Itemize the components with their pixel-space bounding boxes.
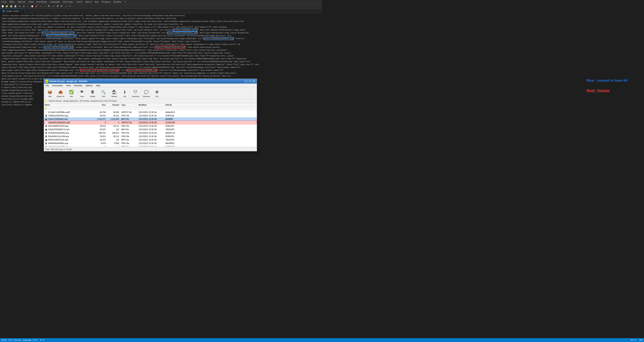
rar-btn-view-label: View	[80, 95, 84, 97]
menu-macro[interactable]: Macro	[84, 1, 92, 3]
toolbar-print[interactable]: 🖨	[22, 5, 26, 8]
code-line-15: "tap-hint-container" data-anchor-portrai…	[2, 54, 320, 57]
winrar-addressbar: 📁 Default Version - google.zip\assets - …	[44, 99, 257, 103]
menu-tools[interactable]: Tools	[75, 1, 83, 3]
code-line-1: .hints>.tap-hint-container:nth-child(4){…	[2, 14, 320, 17]
toolbar-redo[interactable]: ↪	[43, 5, 47, 8]
toolbar-new[interactable]: 📄	[1, 5, 4, 8]
rar-btn-info[interactable]: ℹ Info	[120, 88, 130, 98]
menu-run[interactable]: Run	[94, 1, 99, 3]
code-line-20: data-aspect-aware="0"><img class="backgr…	[2, 69, 320, 72]
table-row[interactable]: 📄0c7ebb7c1603598e.woff266,70866,638WOFF2…	[44, 110, 257, 114]
menu-encoding[interactable]: Encoding	[36, 1, 48, 3]
file-name: 835fef7ba5970226.mp4	[48, 139, 68, 141]
toolbar-paste[interactable]: 📌	[34, 5, 38, 8]
winrar-menu-commands[interactable]: Commands	[50, 84, 64, 87]
restore-button[interactable]: □	[248, 80, 252, 83]
file-type: WOFF2 File	[120, 111, 138, 113]
rar-btn-virusscan[interactable]: 🛡 VirusScan	[130, 88, 140, 98]
winrar-menu-tools[interactable]: Tools	[64, 84, 72, 87]
toolbar-zoomin[interactable]: 🔎	[56, 5, 59, 8]
winrar-menu-help[interactable]: Help	[94, 84, 102, 87]
rar-btn-view[interactable]: 👁 View	[77, 88, 87, 98]
file-icon: 🎬	[45, 118, 48, 120]
col-header-size[interactable]: Size	[94, 104, 107, 106]
close-button[interactable]: ✕	[252, 80, 256, 83]
file-crc32: 918E5229	[165, 135, 180, 137]
toolbar-save[interactable]: 💾	[9, 5, 13, 8]
code-line-4: [data-appearance-animation=slide-up]{-we…	[2, 23, 320, 26]
code-line-5: ease-in;transition:transform .5s ease-in…	[2, 26, 320, 29]
menu-plugins[interactable]: Plugins	[101, 1, 111, 3]
winrar-menu-file[interactable]: File	[44, 84, 50, 87]
file-size: 20,375	[94, 139, 107, 141]
rar-btn-comment[interactable]: 💬 Comment	[141, 88, 151, 98]
comment-icon: 💬	[143, 89, 149, 95]
parent-folder-row[interactable]: 📁..	[44, 107, 257, 110]
file-name: 15f4ca72460d3d0.mp4	[48, 118, 68, 120]
rar-btn-wizard[interactable]: 🧙 Wizard	[109, 88, 119, 98]
table-row[interactable]: 🖼337b36e618d1d562.png258,781258,813PNG F…	[44, 131, 257, 135]
winrar-title: Default Version - google.zip - WinRAR	[50, 80, 87, 82]
toolbar-zoomout[interactable]: 🔍	[60, 5, 64, 8]
file-size: 66,708	[94, 111, 107, 113]
rar-btn-add[interactable]: 📦 Add	[45, 88, 55, 98]
table-row[interactable]: 🎬15f4ca72460d3d0.mp41,412,5711,222,592MP…	[44, 117, 257, 121]
table-row[interactable]: 🖼a940dd652de95df3.png55PNG File13/12/202…	[44, 145, 257, 146]
minimize-button[interactable]: ─	[244, 80, 248, 83]
col-header-type[interactable]: Type	[120, 104, 138, 106]
toolbar-wordwrap[interactable]: ↵	[64, 5, 68, 8]
rar-btn-delete[interactable]: 🗑 Delete	[88, 88, 98, 98]
toolbar-copy[interactable]: 📋	[30, 5, 34, 8]
menu-settings[interactable]: Settings	[62, 1, 74, 3]
menu-file[interactable]: File	[1, 1, 7, 3]
code-line-9: "assets/c5c6e0c46d97d573.png" onerror="r…	[2, 37, 320, 40]
toolbar-linenumbers[interactable]: #	[68, 5, 72, 8]
rar-btn-extract-label: Extract To	[57, 95, 64, 97]
code-line-2: [data-appearance-animation=opacity]{opac…	[2, 17, 320, 20]
toolbar-open[interactable]: 📂	[5, 5, 9, 8]
toolbar-replace[interactable]: ⇄	[51, 5, 55, 8]
toolbar-saveall[interactable]: 💾	[14, 5, 17, 8]
menu-language[interactable]: Language	[49, 1, 61, 3]
file-modified: 13/12/2021 10:36 SA	[138, 146, 165, 147]
table-row[interactable]: 🖼50b21fd86b7b5453.png28,61628,112PNG Fil…	[44, 124, 257, 128]
col-header-crc32[interactable]: CRC32	[165, 104, 180, 106]
file-type: WOFF2 File	[121, 121, 138, 124]
menu-search[interactable]: Search	[17, 1, 26, 3]
table-row[interactable]: 🖼a65fe085e48289c5.png8,9788,939PNG File1…	[44, 141, 257, 145]
toolbar-undo[interactable]: ↩	[39, 5, 42, 8]
tab-index-html[interactable]: 🌐 index.html ✕	[0, 9, 24, 14]
code-line-6: aggro-mode-clicks-to-store="999" aggro-m…	[2, 29, 320, 32]
menu-window[interactable]: Window	[113, 1, 122, 3]
table-row[interactable]: 🖼818d3456113c1106.png28,61628,112PNG Fil…	[44, 135, 257, 138]
table-row[interactable]: 🎬835fef7ba5970226.mp420,375132MP4 File13…	[44, 138, 257, 141]
table-row[interactable]: 🖼7df6961d434d78cd.png28,61628,112PNG Fil…	[44, 114, 257, 117]
rar-btn-test[interactable]: ✅ Test	[66, 88, 76, 98]
col-header-modified[interactable]: Modified	[138, 104, 165, 106]
menu-view[interactable]: View	[28, 1, 34, 3]
winrar-menu-favorites[interactable]: Favorites	[72, 84, 84, 87]
menu-help[interactable]: ?	[124, 1, 126, 3]
file-crc32: AB428FE1	[165, 142, 180, 144]
file-name: a65fe085e48289c5.png	[48, 142, 68, 144]
file-type: PNG File	[120, 125, 138, 127]
toolbar-find[interactable]: 🔍	[47, 5, 51, 8]
winrar-filelist[interactable]: Name Size Packed Type Modified CRC32 📁..…	[44, 103, 257, 146]
toolbar-close[interactable]: ✖	[18, 5, 22, 8]
code-line-19: class="content"><div data-align="center"…	[2, 66, 320, 69]
tab-close-btn[interactable]: ✕	[21, 10, 22, 13]
file-name: 0c7ebb7c1603598e.woff2	[48, 111, 70, 113]
menu-edit[interactable]: Edit	[9, 1, 15, 3]
toolbar-cut[interactable]: ✂	[26, 5, 30, 8]
file-packed: 66,638	[107, 111, 120, 113]
col-header-name[interactable]: Name	[44, 104, 94, 106]
rar-btn-extract[interactable]: 📤 Extract To	[56, 88, 66, 98]
winrar-menu-options[interactable]: Options	[84, 84, 94, 87]
table-row[interactable]: 🎬106a8735299d6173.mp420,375132MP4 File13…	[44, 128, 257, 131]
rar-btn-find[interactable]: 🔍 Find	[98, 88, 108, 98]
rar-btn-sfx[interactable]: ⚙ SFX	[152, 88, 162, 98]
rar-btn-comment-label: Comment	[142, 95, 150, 97]
table-row[interactable]: 📄39a8e581430da446.woff255WOFF2 File13/12…	[44, 121, 257, 124]
col-header-packed[interactable]: Packed	[107, 104, 120, 106]
